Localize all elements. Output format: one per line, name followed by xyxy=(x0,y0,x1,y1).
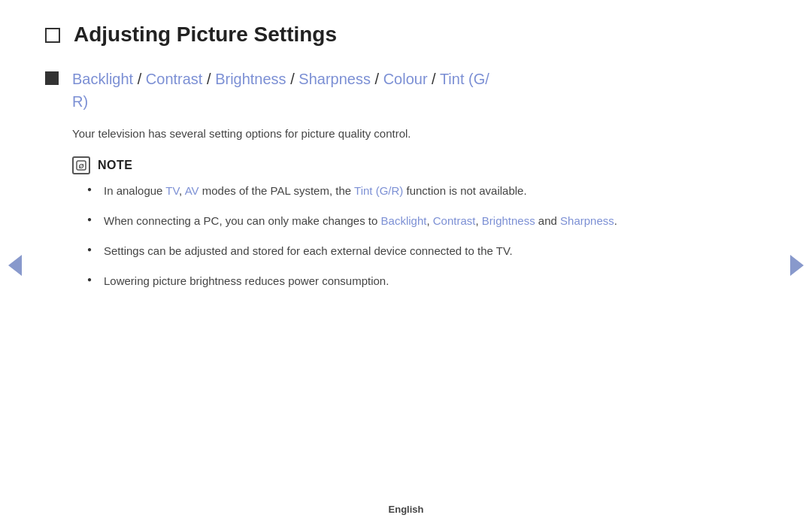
note-label: NOTE xyxy=(98,159,132,172)
separator-4: / xyxy=(375,71,383,87)
sharpness-link-2[interactable]: Sharpness xyxy=(560,214,614,227)
list-item: Settings can be adjusted and stored for … xyxy=(87,242,767,260)
bullet-text-1c: modes of the PAL system, the xyxy=(199,184,355,197)
section-bullet-icon xyxy=(45,71,59,85)
bullet-text-2a: When connecting a PC, you can only make … xyxy=(104,214,381,227)
contrast-link[interactable]: Contrast xyxy=(146,71,203,87)
bullet-text-1a: In analogue xyxy=(104,184,165,197)
prev-page-button[interactable] xyxy=(6,253,24,277)
note-header: Ø NOTE xyxy=(72,156,767,174)
brightness-link[interactable]: Brightness xyxy=(215,71,286,87)
separator-5: / xyxy=(432,71,440,87)
bullet-text-2c: , xyxy=(475,214,481,227)
bullet-text-1b: , xyxy=(179,184,185,197)
backlight-link[interactable]: Backlight xyxy=(72,71,133,87)
colour-link[interactable]: Colour xyxy=(383,71,428,87)
contrast-link-2[interactable]: Contrast xyxy=(433,214,476,227)
list-item: When connecting a PC, you can only make … xyxy=(87,212,767,230)
next-page-button[interactable] xyxy=(788,253,806,277)
description-text: Your television has several setting opti… xyxy=(72,125,767,143)
bullet-text-1d: function is not available. xyxy=(403,184,526,197)
backlight-link-2[interactable]: Backlight xyxy=(381,214,427,227)
section-heading: Backlight / Contrast / Brightness / Shar… xyxy=(72,68,489,113)
bullet-text-2b: , xyxy=(426,214,432,227)
page-title-row: Adjusting Picture Settings xyxy=(45,23,767,47)
av-link[interactable]: AV xyxy=(185,184,199,197)
list-item: In analogue TV, AV modes of the PAL syst… xyxy=(87,182,767,200)
tv-link[interactable]: TV xyxy=(165,184,179,197)
bullet-text-2e: . xyxy=(614,214,617,227)
title-checkbox-icon xyxy=(45,28,60,43)
note-section: Ø NOTE In analogue TV, AV modes of the P… xyxy=(72,156,767,290)
note-icon: Ø xyxy=(72,156,90,174)
note-bullet-list: In analogue TV, AV modes of the PAL syst… xyxy=(87,182,767,290)
note-icon-svg: Ø xyxy=(75,159,87,171)
sharpness-link[interactable]: Sharpness xyxy=(298,71,371,87)
list-item: Lowering picture brightness reduces powe… xyxy=(87,272,767,290)
bullet-text-4: Lowering picture brightness reduces powe… xyxy=(104,274,389,287)
tint-gr-link-1[interactable]: Tint (G/R) xyxy=(354,184,403,197)
brightness-link-2[interactable]: Brightness xyxy=(482,214,535,227)
separator-2: / xyxy=(207,71,215,87)
page-container: Adjusting Picture Settings Backlight / C… xyxy=(0,0,812,530)
section-heading-row: Backlight / Contrast / Brightness / Shar… xyxy=(45,68,767,113)
bullet-text-2d: and xyxy=(535,214,560,227)
separator-1: / xyxy=(138,71,146,87)
separator-3: / xyxy=(290,71,298,87)
right-arrow-icon xyxy=(790,255,804,276)
svg-text:Ø: Ø xyxy=(78,162,84,170)
left-arrow-icon xyxy=(8,255,22,276)
footer-language: English xyxy=(389,504,424,515)
page-title: Adjusting Picture Settings xyxy=(74,23,337,47)
bullet-text-3: Settings can be adjusted and stored for … xyxy=(104,244,513,257)
